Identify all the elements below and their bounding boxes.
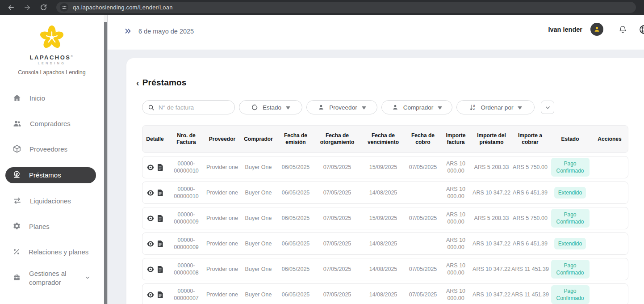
browser-forward-icon[interactable] — [22, 3, 32, 13]
invoice-document-icon[interactable] — [157, 291, 163, 298]
loans-page-card: ‹ Préstamos Estado Proveedor — [126, 58, 644, 304]
invoice-number: 00000-00000007 — [167, 284, 205, 304]
col-fecha-vencimiento: Fecha de vencimiento — [360, 126, 406, 152]
view-details-eye-icon[interactable] — [147, 165, 154, 170]
console-label: Consola Lapachos Lending — [0, 69, 104, 76]
collection-date: 07/05/2025 — [406, 284, 440, 304]
collection-date — [406, 182, 440, 203]
comprador-filter-dropdown[interactable]: Comprador — [381, 100, 452, 114]
page-title-text: Préstamos — [142, 78, 187, 88]
detail-cell — [142, 156, 167, 178]
table-row: 00000-00000010 Provider one Buyer One 06… — [142, 182, 628, 204]
browser-address-bar[interactable]: qa.lapachoslending.com/Lender/Loan — [56, 2, 636, 13]
ordenar-filter-label: Ordenar por — [481, 104, 514, 111]
issue-date: 06/05/2025 — [277, 233, 314, 254]
notifications-bell-icon[interactable] — [619, 25, 627, 34]
user-name[interactable]: Ivan lender — [548, 26, 582, 33]
estado-filter-dropdown[interactable]: Estado — [239, 100, 302, 114]
invoice-amount: ARS 10 000.00 — [440, 284, 472, 304]
issue-date: 06/05/2025 — [277, 284, 314, 304]
issue-date: 06/05/2025 — [277, 258, 314, 280]
sidebar-item-inicio[interactable]: Inicio — [5, 90, 96, 106]
invoice-amount: ARS 10 000.00 — [440, 182, 472, 203]
scrollbar-thumb[interactable] — [104, 22, 107, 304]
receivable-amount: ARS 11 451.39 — [511, 258, 549, 280]
grant-date: 07/05/2025 — [314, 284, 360, 304]
buyer-name: Buyer One — [239, 182, 277, 203]
svg-text:Z: Z — [473, 107, 475, 110]
back-chevron-icon[interactable]: ‹ — [135, 78, 140, 87]
search-input[interactable] — [159, 104, 229, 111]
col-proveedor: Proveedor — [205, 126, 239, 152]
view-details-eye-icon[interactable] — [147, 241, 154, 247]
invoice-document-icon[interactable] — [157, 164, 163, 171]
home-icon — [13, 93, 21, 104]
browser-back-icon[interactable] — [6, 3, 16, 13]
view-details-eye-icon[interactable] — [147, 215, 154, 221]
caret-down-icon — [286, 104, 290, 111]
caret-down-icon — [518, 104, 522, 111]
collection-date — [406, 233, 440, 254]
detail-cell — [142, 284, 167, 304]
detail-cell — [142, 207, 167, 229]
invoice-amount: ARS 10 000.00 — [440, 258, 472, 280]
loan-amount: ARS 5 208.33 — [472, 207, 511, 229]
sidebar-item-gestiones-partial[interactable]: Gestiones al — [5, 300, 96, 304]
actions-cell — [591, 284, 628, 304]
sidebar-item-liquidaciones[interactable]: Liquidaciones — [5, 193, 96, 209]
grant-date: 07/05/2025 — [314, 258, 360, 280]
sidebar-item-prestamos[interactable]: Préstamos — [5, 167, 96, 183]
caret-down-icon — [362, 104, 366, 111]
status-cell: Pago Confirmado — [549, 258, 591, 280]
view-details-eye-icon[interactable] — [147, 292, 154, 298]
detail-cell — [142, 258, 167, 280]
language-globe-icon[interactable] — [639, 24, 644, 35]
proveedor-filter-dropdown[interactable]: Proveedor — [306, 100, 377, 114]
sidebar-item-label: Liquidaciones — [30, 197, 71, 206]
collection-date: 07/05/2025 — [406, 258, 440, 280]
sidebar-item-gestiones-comprador[interactable]: Gestiones al comprador — [5, 267, 96, 289]
sidebar-item-proveedores[interactable]: Proveedores — [5, 141, 96, 157]
status-badge: Pago Confirmado — [551, 285, 590, 304]
actions-cell — [591, 207, 628, 229]
registered-mark: ® — [71, 55, 74, 58]
sidebar-item-planes[interactable]: Planes — [5, 219, 96, 235]
sidebar-item-label: Gestiones al comprador — [29, 269, 76, 287]
buyer-name: Buyer One — [239, 233, 277, 254]
view-details-eye-icon[interactable] — [147, 190, 154, 196]
sidebar-item-compradores[interactable]: Compradores — [5, 116, 96, 132]
view-details-eye-icon[interactable] — [147, 266, 154, 272]
invoice-document-icon[interactable] — [157, 215, 163, 222]
invoice-search-field[interactable] — [142, 100, 235, 114]
actions-cell — [591, 156, 628, 178]
provider-name: Provider one — [205, 156, 239, 178]
receivable-amount: ARS 6 451.39 — [511, 233, 549, 254]
sidebar-item-label: Proveedores — [29, 145, 67, 154]
caret-down-icon — [438, 104, 442, 111]
invoice-document-icon[interactable] — [157, 266, 163, 273]
invoice-document-icon[interactable] — [157, 190, 163, 196]
loan-amount: ARS 10 347.22 — [472, 182, 511, 203]
sidebar-expand-icon[interactable] — [124, 27, 132, 35]
sidebar-scrollbar[interactable] — [104, 15, 108, 304]
status-badge: Extendido — [554, 187, 586, 198]
status-badge: Pago Confirmado — [551, 158, 590, 177]
grant-date: 07/05/2025 — [314, 233, 360, 254]
sidebar-item-label: Préstamos — [29, 171, 61, 180]
browser-toolbar: qa.lapachoslending.com/Lender/Loan — [0, 0, 644, 15]
browser-reload-icon[interactable] — [38, 3, 48, 13]
sidebar-item-label: Compradores — [30, 119, 71, 128]
invoice-number: 00000-00000008 — [167, 258, 205, 280]
ordenar-por-dropdown[interactable]: AZ Ordenar por — [456, 100, 535, 114]
loan-table-body: 00000-00000010 Provider one Buyer One 06… — [142, 156, 628, 304]
invoice-document-icon[interactable] — [157, 241, 163, 247]
search-icon — [148, 104, 155, 111]
user-avatar[interactable] — [590, 23, 603, 36]
site-settings-icon[interactable] — [60, 3, 68, 12]
invoice-amount: ARS 10 000.00 — [440, 156, 472, 178]
more-filters-button[interactable] — [541, 101, 554, 114]
col-comprador: Comprador — [239, 126, 277, 152]
sidebar-item-label: Inicio — [29, 94, 45, 103]
sidebar-item-relaciones[interactable]: Relaciones y planes — [5, 244, 96, 260]
actions-cell — [591, 258, 628, 280]
